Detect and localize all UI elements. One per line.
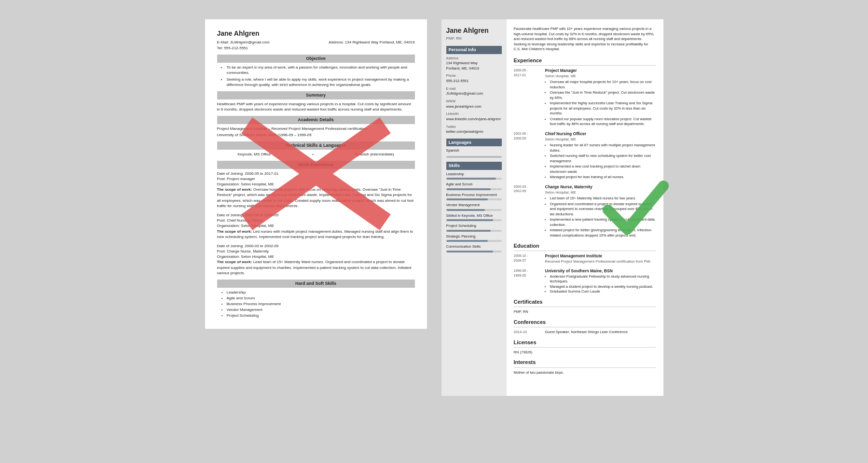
good-j3b2: Organized and coordinated a project to d…	[550, 202, 656, 217]
good-job1-content: Project Manager Seton Hospital, ME Overs…	[545, 68, 656, 127]
good-skill-name-4: Vendor Management	[446, 203, 502, 208]
good-conf-1: 2014-10 Guest Speaker, Northeast Shingo …	[514, 330, 656, 335]
bad-tel: Tel: 555-212-5551	[217, 45, 415, 51]
good-exp-title: Experience	[514, 57, 656, 66]
good-edu2-bullets: Andersen Postgraduate Fellowship to stud…	[550, 274, 656, 295]
bad-skill-item-2: Agile and Scrum	[227, 295, 415, 301]
good-job2-company: Seton Hospital, ME	[545, 137, 656, 142]
bad-address: Address: 134 Rightward Way Portland, ME,…	[329, 40, 414, 45]
good-j1b3: Implemented the highly successful Lean T…	[550, 101, 656, 116]
good-j1b1: Oversaw all major hospital projects for …	[550, 80, 656, 90]
good-j2b2: Switched nursing staff to new scheduling…	[550, 154, 656, 164]
good-lang-bar	[446, 156, 502, 158]
good-job1-title: Project Manager	[545, 68, 656, 74]
good-twitter-value: twitter.com/janeahlgren	[446, 129, 502, 135]
bad-summary-header: Summary	[217, 91, 415, 99]
good-job-2: 2002-09 -2006-05 Chief Nursing Officer S…	[514, 131, 656, 181]
good-job2-bullets: Nursing leader for all 87 nurses with mu…	[550, 143, 656, 180]
bad-skill-item-4: Vendor Management	[227, 307, 415, 312]
good-j1b2: Oversaw the "Just in Time Restock" proje…	[550, 90, 656, 100]
good-e2b2: Managed a student project to develop a w…	[550, 284, 656, 290]
good-int-title: Interests	[514, 359, 656, 367]
bad-workexp-header: Work Experience	[217, 161, 415, 169]
bad-skill2: Spanish (intermediate)	[355, 152, 394, 157]
bad-summary-text: Healthcare PMP with years of experience …	[217, 101, 415, 112]
bad-job3-date: Date of Joining: 2000-03 to 2002-09	[217, 243, 415, 249]
good-email-label: E-mail	[446, 86, 502, 91]
good-edu1-dates: 2008-10 -2008-07	[514, 253, 545, 265]
good-edu1-sub: Received Project Management Professional…	[545, 259, 652, 265]
good-resume: Jane Ahlgren PMP, RN Personal Info Addre…	[441, 19, 663, 396]
good-lic-value: RN (73829)	[514, 350, 656, 355]
good-job1-bullets: Oversaw all major hospital projects for …	[550, 80, 656, 127]
good-linkedin-value: www.linkedin.com/in/jane-ahlgren/	[446, 117, 502, 122]
good-skill-name-8: Communication Skills	[446, 244, 502, 250]
good-job-3: 2000-03 -2002-09 Charge Nurse, Maternity…	[514, 184, 656, 239]
good-j2b3: Implemented a new cost tracking project …	[550, 164, 656, 174]
good-skill-name-1: Leadership	[446, 172, 502, 177]
good-job2-title: Chief Nursing Officer	[545, 131, 656, 137]
good-edu2-title: University of Southern Maine, BSN	[545, 268, 656, 274]
good-lang-spanish: Spanish	[446, 148, 502, 154]
good-phone-label: Phone	[446, 73, 502, 78]
good-linkedin-label: LinkedIn	[446, 112, 502, 116]
good-credentials: PMP, RN	[446, 36, 502, 41]
good-main: Passionate healthcare PMP with 10+ years…	[507, 19, 663, 396]
good-j2b1: Nursing leader for all 87 nurses with mu…	[550, 143, 656, 153]
good-twitter-label: Twitter	[446, 125, 502, 129]
bad-job3-post: Post: Charge Nurse, Maternity	[217, 249, 415, 254]
good-conf1-date: 2014-10	[514, 330, 545, 335]
good-name: Jane Ahlgren	[446, 27, 502, 35]
good-j1b4: Created our popular supply room relocati…	[550, 117, 656, 127]
good-sidebar: Jane Ahlgren PMP, RN Personal Info Addre…	[441, 19, 507, 396]
good-skill-4: Vendor Management	[446, 203, 502, 211]
bad-obj-2: Seeking a role, where I will be able to …	[227, 77, 415, 87]
good-skill-6: Project Scheduling	[446, 224, 502, 232]
bad-job2-date: Date of Joining: 2002-09 to 2006-05	[217, 212, 415, 218]
bad-skill-item-5: Project Scheduling	[227, 313, 415, 318]
good-skill-7: Strategic Planning	[446, 234, 502, 242]
bad-academic-header: Academic Details	[217, 116, 415, 124]
bad-hardsoft-header: Hard and Soft Skills	[217, 280, 415, 288]
good-skill-1: Leadership	[446, 172, 502, 180]
good-www-label: WWW	[446, 99, 502, 104]
bad-job-2: Date of Joining: 2002-09 to 2006-05 Post…	[217, 212, 415, 239]
good-job1-company: Seton Hospital, ME	[545, 74, 656, 79]
bad-skill1: Keynote, MS Office	[237, 152, 271, 157]
good-skill-name-2: Agile and Scrum	[446, 182, 502, 187]
good-j3b4: Initiated project for better gloving/gow…	[550, 228, 656, 238]
good-job3-bullets: Led team of 15+ Maternity Ward nurses fo…	[550, 196, 656, 238]
good-j2b4: Managed project for lean training of all…	[550, 175, 656, 180]
good-skill-2: Agile and Scrum	[446, 182, 502, 190]
good-edu1-title: Project Management Institute	[545, 253, 652, 259]
bad-skills-row: Keynote, MS Office • Spanish (intermedia…	[217, 152, 415, 157]
good-job3-title: Charge Nurse, Maternity	[545, 184, 656, 190]
bad-job2-post: Post: Chief Nursing Officer	[217, 218, 415, 223]
good-resume-wrapper: Jane Ahlgren PMP, RN Personal Info Addre…	[441, 19, 663, 396]
good-lic-title: Licenses	[514, 339, 656, 348]
good-skill-name-7: Strategic Planning	[446, 234, 502, 239]
good-phone-value: 555-212-5551	[446, 79, 502, 84]
bad-job-3: Date of Joining: 2000-03 to 2002-09 Post…	[217, 243, 415, 276]
good-job3-dates: 2000-03 -2002-09	[514, 184, 545, 239]
good-addr-label: Address	[446, 56, 502, 61]
bad-skill-item-1: Leadership	[227, 290, 415, 295]
bad-job3-org: Organization: Seton Hospital, ME	[217, 254, 415, 259]
good-skills-title: Skills	[446, 162, 502, 170]
good-www-value: www.janeahlgren.com	[446, 104, 502, 110]
bad-email: E-Mail: JUAhlgren@gmail.com	[217, 40, 270, 45]
bad-skills-list: Leadership Agile and Scrum Business Proc…	[227, 290, 415, 319]
good-edu-title: Education	[514, 242, 656, 251]
bad-resume: Jane Ahlgren E-Mail: JUAhlgren@gmail.com…	[205, 19, 427, 329]
good-addr-value: 134 Rightward WayPortland, ME, 04019	[446, 61, 502, 71]
bad-objective-header: Objective	[217, 55, 415, 63]
good-e2b3: Graduated Summa Cum Laude	[550, 289, 656, 295]
good-skill-5: Skilled in Keynote, MS Office	[446, 213, 502, 222]
good-edu-1: 2008-10 -2008-07 Project Management Inst…	[514, 253, 656, 265]
good-job3-company: Seton Hospital, ME	[545, 190, 656, 196]
good-edu1-content: Project Management Institute Received Pr…	[545, 253, 652, 265]
good-skill-name-5: Skilled in Keynote, MS Office	[446, 213, 502, 219]
good-e2b1: Andersen Postgraduate Fellowship to stud…	[550, 274, 656, 284]
good-skill-8: Communication Skills	[446, 244, 502, 253]
good-int-value: Mother of two passionate boys.	[514, 370, 656, 376]
